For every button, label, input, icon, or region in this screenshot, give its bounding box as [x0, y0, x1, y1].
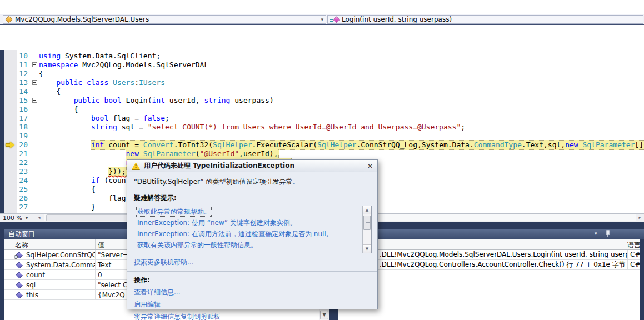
chevron-down-icon[interactable]: ▾ [321, 17, 323, 22]
method-icon [330, 16, 339, 23]
window-menu-icon[interactable]: ▾ [595, 231, 597, 236]
fold-collapse-icon[interactable] [31, 78, 39, 87]
line-number: 11 [0, 61, 31, 69]
line-number: 10 [0, 52, 31, 61]
code-text: { [39, 69, 43, 78]
callstack-row[interactable]: .DLL!Mvc2QQLog.Models.SqlServerDAL.Users… [338, 250, 640, 260]
code-line[interactable]: 14 { [0, 87, 644, 96]
dock-right-strip [640, 239, 644, 320]
code-text: using System.Data.SqlClient; [39, 52, 161, 61]
exception-assistant-dialog: ! 用户代码未处理 TypeInitializationException ✕ … [127, 159, 378, 309]
pin-icon[interactable] [605, 230, 611, 238]
fold-collapse-icon[interactable] [31, 61, 39, 69]
code-line[interactable]: 17 bool flag = false; [0, 114, 644, 123]
tips-scrollbar[interactable]: ▲ ▼ [362, 206, 371, 253]
line-number: 24 [0, 176, 31, 185]
fold-gutter [31, 149, 39, 158]
code-line[interactable]: 11namespace Mvc2QQLog.Models.SqlServerDA… [0, 61, 644, 69]
fold-gutter [31, 69, 39, 78]
code-line[interactable]: 20 int count = Convert.ToInt32(SqlHelper… [0, 141, 644, 149]
scroll-right-arrow-icon[interactable]: ▸ [636, 214, 643, 221]
search-online-help-link[interactable]: 搜索更多联机帮助... [134, 258, 371, 267]
warning-icon: ! [132, 162, 140, 169]
autos-row-name: SqlHelper.ConnStrQQ_L [26, 251, 96, 259]
autos-panel-title: 自动窗口 [8, 229, 35, 239]
fold-gutter [31, 194, 39, 203]
line-number: 16 [0, 105, 31, 114]
class-icon [5, 16, 12, 23]
member-dropdown[interactable]: Login(int userId, string userpass) [327, 15, 643, 24]
line-number: 23 [0, 167, 31, 176]
exception-action-link[interactable]: 将异常详细信息复制到剪贴板 [127, 311, 377, 320]
exception-tip-link[interactable]: 获取有关该内部异常的一般性帮助信息。 [133, 239, 362, 251]
exception-tip-link[interactable]: InnerException: 在调用方法前，通过检查确定对象是否为 null。 [133, 228, 362, 239]
callstack-column-frame[interactable] [338, 239, 625, 249]
line-number: 17 [0, 114, 31, 123]
autos-gutter [4, 239, 9, 249]
callstack-frame-text: .DLL!Mvc2QQLog.Models.SqlServerDAL.Users… [338, 250, 627, 259]
scroll-left-arrow-icon[interactable]: ◂ [36, 214, 43, 221]
fold-collapse-icon[interactable] [31, 96, 39, 105]
line-number: 19 [0, 132, 31, 141]
troubleshooting-tips-list: 获取此异常的常规帮助。InnerException: 使用 “new” 关键字创… [133, 206, 372, 253]
code-line[interactable]: 18 string sql = "select COUNT(*) from Us… [0, 123, 644, 132]
code-text: { [74, 105, 78, 114]
fold-gutter [31, 132, 39, 141]
scroll-down-arrow-icon[interactable]: ▼ [363, 244, 371, 253]
visual-studio-window: Mvc2QQLog.Models.SqlServerDAL.Users ▾ Lo… [0, 0, 644, 320]
code-line[interactable]: 16 { [0, 105, 644, 114]
line-number: 26 [0, 194, 31, 203]
field-icon [15, 282, 23, 288]
code-text: public class Users:IUsers [56, 78, 165, 87]
scroll-up-arrow-icon[interactable]: ▲ [363, 206, 371, 214]
callstack-language: C# [627, 250, 640, 259]
line-number: 13 [0, 78, 31, 87]
exception-action-link[interactable]: 启用编辑 [127, 299, 377, 311]
dock-left-strip [0, 229, 4, 320]
fold-gutter [31, 87, 39, 96]
exception-tip-link[interactable]: InnerException: 使用 “new” 关键字创建对象实例。 [133, 217, 362, 228]
code-line[interactable]: 13 public class Users:IUsers [0, 78, 644, 87]
exception-dialog-title: 用户代码未处理 TypeInitializationException [144, 161, 294, 171]
fold-gutter [31, 105, 39, 114]
tips-items: 获取此异常的常规帮助。InnerException: 使用 “new” 关键字创… [133, 206, 362, 251]
line-number: 27 [0, 203, 31, 212]
code-line[interactable]: 21 new SqlParameter("@UserId",userId), [0, 149, 644, 158]
code-line[interactable]: 19 [0, 132, 644, 141]
scrollbar-thumb[interactable] [363, 216, 371, 230]
callstack-row[interactable]: .DLL!Mvc2QQLog.Controllers.AccountContro… [338, 260, 640, 270]
callstack-column-language[interactable]: 语言 [625, 239, 640, 249]
exception-message: “DBUtility.SqlHelper” 的类型初始值设定项引发异常。 [127, 172, 377, 189]
code-text: namespace Mvc2QQLog.Models.SqlServerDAL [39, 61, 208, 69]
code-text: })); [108, 167, 126, 177]
code-line[interactable]: 10using System.Data.SqlClient; [0, 52, 644, 61]
exception-action-link[interactable]: 查看详细信息... [127, 287, 377, 299]
exception-tip-link[interactable]: 获取此异常的常规帮助。 [133, 206, 362, 217]
editor-zoom-select[interactable]: 100 % ▾ [0, 214, 34, 222]
field-icon [15, 252, 23, 258]
code-text: } [91, 203, 96, 212]
code-text: { [56, 87, 61, 96]
exception-dialog-titlebar[interactable]: ! 用户代码未处理 TypeInitializationException ✕ [127, 160, 377, 172]
close-icon[interactable]: ✕ [367, 163, 373, 169]
chevron-down-icon: ▾ [26, 216, 28, 221]
fold-gutter [31, 158, 39, 167]
autos-column-name[interactable]: 名称 [9, 239, 96, 249]
line-number: 21 [0, 149, 31, 158]
code-line[interactable]: 12{ [0, 69, 644, 78]
fold-gutter [31, 141, 39, 149]
code-text: string sql = "select COUNT(*) from Users… [91, 123, 465, 132]
line-number: 14 [0, 87, 31, 96]
class-dropdown[interactable]: Mvc2QQLog.Models.SqlServerDAL.Users ▾ [3, 15, 326, 24]
line-number: 15 [0, 96, 31, 105]
troubleshooting-tips-header: 疑难解答提示: [127, 189, 377, 206]
member-dropdown-label: Login(int userId, string userpass) [342, 16, 452, 23]
editor-navigation-bar: Mvc2QQLog.Models.SqlServerDAL.Users ▾ Lo… [0, 14, 644, 25]
code-line[interactable]: 15 public bool Login(int userId, string … [0, 96, 644, 105]
field-icon [15, 272, 23, 278]
line-number: 12 [0, 69, 31, 78]
autos-row-name: sql [26, 281, 36, 289]
autos-row-name: this [26, 291, 38, 299]
code-text: bool flag = false; [91, 114, 169, 123]
callstack-header-row: 语言 [338, 239, 640, 250]
